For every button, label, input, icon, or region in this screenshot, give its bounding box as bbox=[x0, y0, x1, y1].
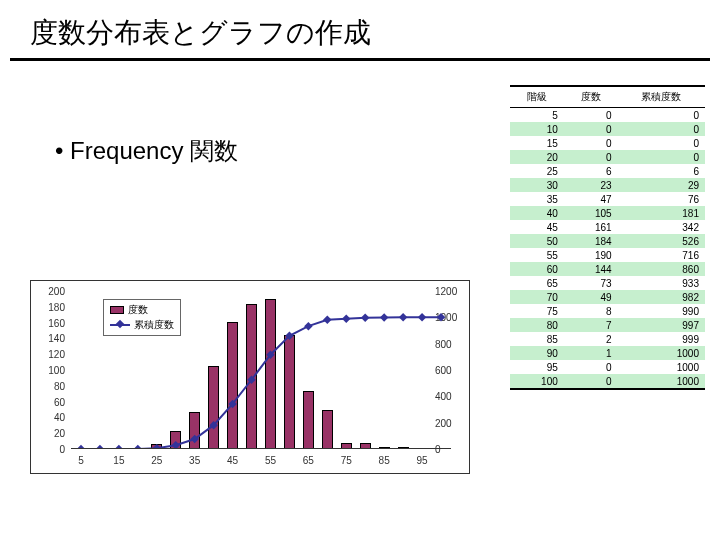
svg-rect-16 bbox=[380, 313, 388, 321]
table-row: 6573933 bbox=[510, 276, 705, 290]
table-cell: 8 bbox=[564, 304, 618, 318]
th-freq: 度数 bbox=[564, 86, 618, 108]
chart-legend: 度数 累積度数 bbox=[103, 299, 181, 336]
table-row: 1500 bbox=[510, 136, 705, 150]
table-cell: 100 bbox=[510, 374, 564, 389]
table-row: 2000 bbox=[510, 150, 705, 164]
svg-rect-13 bbox=[323, 315, 331, 323]
table-cell: 10 bbox=[510, 122, 564, 136]
table-row: 9501000 bbox=[510, 360, 705, 374]
table-cell: 49 bbox=[564, 290, 618, 304]
table-row: 45161342 bbox=[510, 220, 705, 234]
table-cell: 55 bbox=[510, 248, 564, 262]
table-cell: 40 bbox=[510, 206, 564, 220]
table-cell: 990 bbox=[618, 304, 705, 318]
table-cell: 65 bbox=[510, 276, 564, 290]
legend-line-swatch bbox=[110, 324, 130, 326]
table-row: 758990 bbox=[510, 304, 705, 318]
svg-rect-12 bbox=[304, 322, 312, 330]
table-cell: 76 bbox=[618, 192, 705, 206]
svg-rect-17 bbox=[399, 313, 407, 321]
table-cell: 0 bbox=[618, 122, 705, 136]
table-header-row: 階級 度数 累積度数 bbox=[510, 86, 705, 108]
table-row: 10001000 bbox=[510, 374, 705, 389]
legend-line-row: 累積度数 bbox=[110, 318, 174, 332]
table-cell: 161 bbox=[564, 220, 618, 234]
svg-rect-19 bbox=[437, 313, 445, 321]
th-cum: 累積度数 bbox=[618, 86, 705, 108]
table-cell: 30 bbox=[510, 178, 564, 192]
table-cell: 190 bbox=[564, 248, 618, 262]
table-cell: 70 bbox=[510, 290, 564, 304]
table-row: 9011000 bbox=[510, 346, 705, 360]
table-cell: 2 bbox=[564, 332, 618, 346]
table-row: 40105181 bbox=[510, 206, 705, 220]
legend-bar-row: 度数 bbox=[110, 303, 174, 317]
table-cell: 6 bbox=[564, 164, 618, 178]
table-cell: 342 bbox=[618, 220, 705, 234]
table-cell: 933 bbox=[618, 276, 705, 290]
table-row: 852999 bbox=[510, 332, 705, 346]
table-cell: 20 bbox=[510, 150, 564, 164]
table-cell: 181 bbox=[618, 206, 705, 220]
table-body: 5001000150020002566302329354776401051814… bbox=[510, 108, 705, 390]
page-title: 度数分布表とグラフの作成 bbox=[10, 0, 710, 61]
table-row: 807997 bbox=[510, 318, 705, 332]
table-cell: 144 bbox=[564, 262, 618, 276]
table-cell: 1000 bbox=[618, 346, 705, 360]
table-row: 2566 bbox=[510, 164, 705, 178]
svg-rect-15 bbox=[361, 313, 369, 321]
svg-rect-14 bbox=[342, 314, 350, 322]
legend-bar-swatch bbox=[110, 306, 124, 314]
table-cell: 80 bbox=[510, 318, 564, 332]
x-axis: 5152535455565758595 bbox=[71, 455, 451, 469]
table-row: 302329 bbox=[510, 178, 705, 192]
table-cell: 1000 bbox=[618, 360, 705, 374]
legend-bar-label: 度数 bbox=[128, 303, 148, 317]
table-cell: 95 bbox=[510, 360, 564, 374]
legend-line-label: 累積度数 bbox=[134, 318, 174, 332]
table-cell: 0 bbox=[564, 136, 618, 150]
table-cell: 35 bbox=[510, 192, 564, 206]
table-row: 60144860 bbox=[510, 262, 705, 276]
table-cell: 73 bbox=[564, 276, 618, 290]
table-cell: 105 bbox=[564, 206, 618, 220]
table-cell: 1000 bbox=[618, 374, 705, 389]
table-cell: 29 bbox=[618, 178, 705, 192]
table-cell: 0 bbox=[618, 136, 705, 150]
table-cell: 75 bbox=[510, 304, 564, 318]
chart-container: 020406080100120140160180200 020040060080… bbox=[30, 280, 470, 474]
table-cell: 982 bbox=[618, 290, 705, 304]
table-row: 7049982 bbox=[510, 290, 705, 304]
frequency-table: 階級 度数 累積度数 50010001500200025663023293547… bbox=[510, 85, 705, 390]
table-cell: 90 bbox=[510, 346, 564, 360]
table-cell: 0 bbox=[618, 108, 705, 123]
table-cell: 0 bbox=[564, 122, 618, 136]
table-cell: 999 bbox=[618, 332, 705, 346]
table-cell: 184 bbox=[564, 234, 618, 248]
bullet-text: Frequency 関数 bbox=[55, 135, 238, 167]
table-cell: 47 bbox=[564, 192, 618, 206]
table-cell: 7 bbox=[564, 318, 618, 332]
chart-baseline bbox=[71, 448, 451, 449]
table-cell: 60 bbox=[510, 262, 564, 276]
table-row: 50184526 bbox=[510, 234, 705, 248]
table-cell: 23 bbox=[564, 178, 618, 192]
svg-rect-18 bbox=[418, 313, 426, 321]
table-row: 500 bbox=[510, 108, 705, 123]
table-cell: 50 bbox=[510, 234, 564, 248]
table-cell: 0 bbox=[564, 360, 618, 374]
table-cell: 6 bbox=[618, 164, 705, 178]
table-cell: 860 bbox=[618, 262, 705, 276]
th-class: 階級 bbox=[510, 86, 564, 108]
table-cell: 25 bbox=[510, 164, 564, 178]
table-row: 354776 bbox=[510, 192, 705, 206]
table-cell: 45 bbox=[510, 220, 564, 234]
table-cell: 1 bbox=[564, 346, 618, 360]
table-cell: 526 bbox=[618, 234, 705, 248]
table-row: 55190716 bbox=[510, 248, 705, 262]
table-cell: 85 bbox=[510, 332, 564, 346]
table-cell: 716 bbox=[618, 248, 705, 262]
table-cell: 0 bbox=[618, 150, 705, 164]
table-row: 1000 bbox=[510, 122, 705, 136]
